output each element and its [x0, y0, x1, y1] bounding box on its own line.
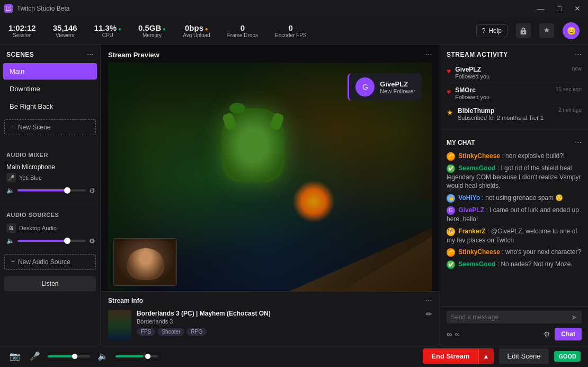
- scenes-panel-header: Scenes ···: [0, 45, 100, 63]
- end-stream-container: End Stream ▲: [423, 348, 493, 364]
- chat-divider: [440, 129, 588, 129]
- scenes-more-button[interactable]: ···: [87, 50, 94, 59]
- activity-more-button[interactable]: ···: [575, 50, 582, 59]
- help-label: Help: [488, 27, 502, 34]
- chat-msg-0: 🧀 StinkyCheese : non explosive build?!: [447, 152, 582, 161]
- title-bar-left: Twitch Studio Beta: [4, 4, 69, 13]
- game-monster: [221, 108, 285, 182]
- chat-send-icon: ➤: [571, 313, 577, 321]
- tag-rpg: RPG: [186, 328, 207, 336]
- stat-cpu: 11.3% ● CPU: [94, 23, 121, 38]
- viewers-value: 35,146: [53, 23, 77, 32]
- chat-section: My Chat ··· 🧀 StinkyCheese : non explosi…: [440, 134, 588, 345]
- stream-info-edit-button[interactable]: ✏: [426, 310, 432, 318]
- microphone-button[interactable]: 🎤: [28, 349, 42, 363]
- main-content: Scenes ··· Main Downtime Be Right Back +…: [0, 45, 588, 345]
- chat-msg-3: G GivePLZ : I came out of lurk and ended…: [447, 206, 582, 224]
- desktop-audio-settings-button[interactable]: ⚙: [89, 235, 95, 247]
- chat-avatar-6: ✅: [447, 260, 455, 269]
- star-icon-2: ★: [447, 108, 453, 117]
- chat-avatar-3: G: [447, 206, 455, 215]
- chat-msg-2: 👋 VoHiYo : not using grenade spam 🙂: [447, 194, 582, 203]
- preview-title: Stream Preview: [108, 51, 159, 59]
- chat-message-input[interactable]: [451, 313, 568, 321]
- scene-item-main[interactable]: Main: [3, 63, 97, 80]
- new-scene-label: New Scene: [18, 124, 50, 131]
- camera-button[interactable]: 📷: [7, 349, 22, 363]
- activity-item-0: ♥ GivePLZ Followed you now: [447, 63, 582, 83]
- snap-button[interactable]: [539, 23, 554, 38]
- activity-title: Stream Activity: [447, 51, 508, 58]
- volume-icon: 🔈: [6, 187, 14, 194]
- stream-tags: FPS Shooter RPG: [137, 328, 271, 336]
- stream-info-more-button[interactable]: ···: [425, 296, 432, 305]
- chat-right-actions: ⚙ Chat: [544, 328, 582, 340]
- plus-icon: +: [11, 124, 15, 131]
- chat-more-button[interactable]: ···: [575, 138, 582, 147]
- tag-fps: FPS: [137, 328, 155, 336]
- minimize-button[interactable]: —: [534, 3, 548, 14]
- stream-info-panel: Stream Info ··· Borderlands 3 (PC) | May…: [101, 291, 440, 345]
- stream-info-header: Stream Info ···: [108, 296, 432, 305]
- preview-more-button[interactable]: ···: [425, 50, 432, 59]
- chat-input-area: ➤ ∞ ∞ ⚙ Chat: [440, 306, 588, 345]
- chat-user-3: GivePLZ: [458, 206, 484, 214]
- stat-memory: 0.5GB ● Memory: [138, 23, 166, 38]
- stats-left: 1:02:12 Session 35,146 Viewers 11.3% ● C…: [8, 23, 307, 38]
- activity-header: Stream Activity ···: [440, 45, 588, 63]
- game-thumbnail: [108, 310, 131, 340]
- speaker-button[interactable]: 🔈: [95, 349, 110, 363]
- close-button[interactable]: ✕: [571, 3, 584, 14]
- activity-name-0: GivePLZ: [455, 66, 567, 73]
- main-mic-device: Yeti Blue: [19, 174, 42, 181]
- end-stream-button[interactable]: End Stream: [423, 348, 478, 364]
- chat-text-5: : who's your next character?: [502, 248, 581, 256]
- user-avatar[interactable]: 😊: [563, 22, 580, 39]
- scene-item-downtime[interactable]: Downtime: [3, 81, 97, 97]
- new-scene-button[interactable]: + New Scene: [4, 119, 96, 135]
- stream-title: Borderlands 3 (PC) | Mayhem (Echocast ON…: [137, 310, 271, 317]
- activity-desc-1: Followed you: [455, 94, 551, 100]
- webcam-person: [114, 239, 176, 285]
- edit-scene-button[interactable]: Edit Scene: [499, 348, 549, 364]
- bottom-audio-slider[interactable]: [48, 355, 90, 357]
- frame-drops-label: Frame Drops: [227, 32, 258, 38]
- bottom-speaker-slider[interactable]: [115, 355, 158, 357]
- stream-game: Borderlands 3: [137, 318, 271, 325]
- twitch-logo: [4, 4, 13, 13]
- main-mic-settings-button[interactable]: ⚙: [89, 185, 95, 196]
- stats-bar: 1:02:12 Session 35,146 Viewers 11.3% ● C…: [0, 17, 588, 45]
- upload-value: 0bps ●: [185, 23, 208, 32]
- upload-label: Avg Upload: [183, 32, 210, 38]
- cpu-value: 11.3% ●: [94, 23, 121, 32]
- new-audio-source-button[interactable]: + New Audio Source: [4, 254, 96, 270]
- activity-text-1: SMOrc Followed you: [455, 86, 551, 100]
- end-stream-arrow-button[interactable]: ▲: [478, 349, 494, 364]
- stream-info-content: Borderlands 3 (PC) | Mayhem (Echocast ON…: [108, 310, 271, 340]
- stat-frame-drops: 0 Frame Drops: [227, 23, 258, 38]
- desktop-audio-slider[interactable]: [17, 240, 86, 242]
- bottom-bar: 📷 🎤 🔈 End Stream ▲ Edit Scene GOOD: [0, 345, 588, 367]
- chat-user-4: FrankerZ: [458, 228, 485, 235]
- maximize-button[interactable]: □: [554, 3, 565, 14]
- main-mic-label: Main Microphone: [6, 163, 94, 171]
- chat-text-2: : not using grenade spam 🙂: [482, 194, 564, 202]
- listen-button[interactable]: Listen: [4, 276, 96, 291]
- chat-settings-button[interactable]: ⚙: [544, 330, 550, 338]
- window-controls: — □ ✕: [534, 3, 584, 14]
- main-mic-slider[interactable]: [17, 189, 86, 191]
- chat-send-button[interactable]: Chat: [555, 328, 582, 340]
- help-button[interactable]: ? Help: [476, 24, 507, 37]
- sidebar-left: Scenes ··· Main Downtime Be Right Back +…: [0, 45, 101, 345]
- game-preview: G GivePLZ New Follower: [108, 63, 432, 291]
- divider-1: [0, 144, 100, 144]
- stat-upload: 0bps ● Avg Upload: [183, 23, 210, 38]
- help-icon: ?: [482, 27, 486, 34]
- chat-avatar-5: 🧀: [447, 248, 455, 257]
- tag-shooter: Shooter: [157, 328, 184, 336]
- stat-encoder-fps: 0 Encoder FPS: [275, 23, 306, 38]
- scene-item-be-right-back[interactable]: Be Right Back: [3, 98, 97, 115]
- activity-item-1: ♥ SMOrc Followed you 15 sec ago: [447, 83, 582, 104]
- chat-msg-5: 🧀 StinkyCheese : who's your next charact…: [447, 248, 582, 257]
- lock-button[interactable]: [516, 23, 531, 38]
